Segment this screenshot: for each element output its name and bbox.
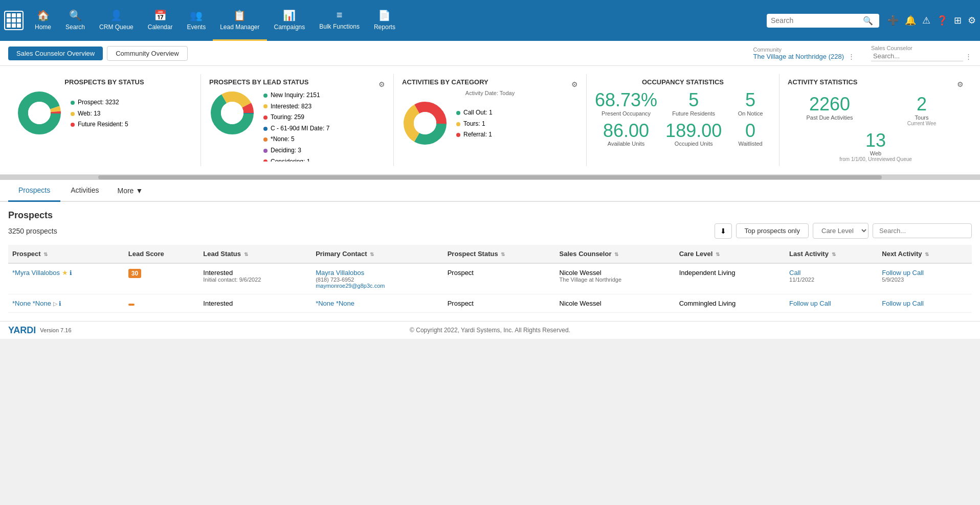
global-search-input[interactable] — [771, 16, 863, 25]
sales-counselor-overview-tab[interactable]: Sales Counselor Overview — [8, 47, 103, 60]
main-tabs-row: Prospects Activities More ▼ — [0, 180, 980, 202]
bell-icon[interactable]: 🔔 — [905, 15, 916, 26]
care-level-cell: Independent Living — [675, 263, 785, 294]
col-prospect: Prospect ⇅ — [8, 245, 124, 263]
nav-search[interactable]: 🔍 Search — [58, 0, 92, 41]
nav-calendar[interactable]: 📅 Calendar — [141, 0, 180, 41]
community-menu-icon[interactable]: ⋮ — [848, 53, 855, 60]
top-prospects-only-button[interactable]: Top prospects only — [736, 223, 809, 238]
contact-name-link[interactable]: Mayra Villalobos — [316, 269, 439, 277]
lead-status-chart-area: New Inquiry: 2151 Interested: 823 Tourin… — [209, 90, 385, 162]
navbar: 🏠 Home 🔍 Search 👤 CRM Queue 📅 Calendar 👥… — [0, 0, 980, 41]
tab-activities[interactable]: Activities — [60, 180, 109, 202]
download-button[interactable]: ⬇ — [715, 223, 732, 239]
sort-last-activity-icon[interactable]: ⇅ — [832, 251, 836, 257]
col-last-activity: Last Activity ⇅ — [785, 245, 878, 263]
waitlisted: 0 Waitlisted — [730, 121, 771, 147]
next-activity-link[interactable]: Follow up Call — [882, 269, 968, 277]
prospects-title: Prospects — [8, 210, 972, 221]
nav-bulk-functions[interactable]: ≡ Bulk Functions — [312, 0, 367, 41]
info-icon[interactable]: ℹ — [70, 269, 72, 277]
lead-score-badge — [128, 304, 135, 306]
yardi-logo: YARDI — [8, 325, 36, 336]
bulk-functions-icon: ≡ — [337, 9, 343, 21]
col-next-activity: Next Activity ⇅ — [878, 245, 972, 263]
occupancy-stats-grid: 68.73% Present Occupancy 5 Future Reside… — [595, 90, 771, 147]
nav-crm-queue[interactable]: 👤 CRM Queue — [92, 0, 141, 41]
nav-right-icons: ➕ 🔔 ⚠ ❓ ⊞ ⚙ — [887, 15, 976, 26]
sales-counselor-menu-icon[interactable]: ⋮ — [965, 53, 972, 60]
sort-lead-status-icon[interactable]: ⇅ — [244, 251, 248, 257]
grid-icon[interactable]: ⊞ — [954, 15, 962, 26]
col-care-level: Care Level ⇅ — [675, 245, 785, 263]
lead-status-settings-icon[interactable]: ⚙ — [378, 80, 385, 88]
col-prospect-status: Prospect Status ⇅ — [443, 245, 555, 263]
sort-sales-counselor-icon[interactable]: ⇅ — [614, 251, 618, 257]
lead-status-cell: Interested — [199, 294, 311, 313]
activities-settings-icon[interactable]: ⚙ — [571, 80, 578, 88]
sort-care-level-icon[interactable]: ⇅ — [716, 251, 720, 257]
present-occupancy: 68.73% Present Occupancy — [595, 90, 657, 117]
prospects-by-status-chart: Prospect: 3232 Web: 13 Future Resident: … — [16, 90, 192, 137]
lead-score-cell: 30 — [124, 263, 199, 294]
tab-prospects[interactable]: Prospects — [8, 180, 60, 202]
star-icon[interactable]: ★ — [62, 269, 68, 277]
horizontal-scrollbar[interactable] — [0, 175, 980, 180]
app-logo[interactable] — [4, 11, 24, 30]
prospects-by-status-panel: PROSPECTS BY STATUS Prospect: 3232 Web: … — [8, 74, 201, 166]
nav-reports[interactable]: 📄 Reports — [367, 0, 403, 41]
contact-name-link[interactable]: *None *None — [316, 300, 439, 307]
sales-counselor-info: Sales Counselor ⋮ — [871, 45, 972, 61]
prospect-arrow-icon: ▷ — [53, 301, 57, 307]
sort-prospect-status-icon[interactable]: ⇅ — [501, 251, 505, 257]
nav-events[interactable]: 👥 Events — [180, 0, 213, 41]
add-icon[interactable]: ➕ — [887, 15, 899, 26]
last-activity-date: 11/1/2022 — [789, 277, 874, 283]
next-activity-link[interactable]: Follow up Call — [882, 300, 968, 307]
care-level-select[interactable]: Care Level — [813, 223, 868, 239]
help-icon[interactable]: ❓ — [937, 15, 948, 26]
last-activity-cell: Call 11/1/2022 — [785, 263, 878, 294]
prospect-status-cell: Prospect — [443, 263, 555, 294]
prospect-name-cell: *Myra Villalobos ★ ℹ — [8, 263, 124, 294]
last-activity-cell: Follow up Call — [785, 294, 878, 313]
prospects-count: 3250 prospects — [8, 227, 57, 235]
download-icon: ⬇ — [720, 227, 726, 235]
nav-lead-manager[interactable]: 📋 Lead Manager — [213, 0, 266, 41]
table-header-row: Prospect ⇅ Lead Score Lead Status ⇅ Prim… — [8, 245, 972, 263]
last-activity-link[interactable]: Follow up Call — [789, 300, 874, 307]
primary-contact-cell: Mayra Villalobos (818) 723-6952 maymonro… — [311, 263, 443, 294]
sort-primary-contact-icon[interactable]: ⇅ — [370, 251, 374, 257]
prospects-by-lead-status-panel: PROSPECTS BY LEAD STATUS ⚙ New Inquiry: … — [201, 74, 394, 166]
col-sales-counselor: Sales Counselor ⇅ — [555, 245, 675, 263]
contact-email[interactable]: maymonroe29@g8p3c.com — [316, 283, 439, 289]
reports-icon: 📄 — [378, 9, 391, 21]
col-lead-status: Lead Status ⇅ — [199, 245, 311, 263]
global-search-button[interactable]: 🔍 — [863, 16, 873, 26]
tab-more[interactable]: More ▼ — [109, 180, 151, 201]
settings-icon[interactable]: ⚙ — [968, 15, 976, 26]
sales-counselor-input[interactable] — [873, 52, 950, 60]
community-section: Community The Village at Northridge (228… — [753, 45, 972, 61]
prospect-name-link[interactable]: *None *None — [12, 300, 51, 307]
community-overview-tab[interactable]: Community Overview — [107, 46, 188, 61]
future-residents: 5 Future Residents — [665, 90, 722, 117]
activity-stats-settings-icon[interactable]: ⚙ — [957, 80, 964, 88]
sort-next-activity-icon[interactable]: ⇅ — [925, 251, 929, 257]
info-icon[interactable]: ℹ — [59, 300, 61, 307]
last-activity-link[interactable]: Call — [789, 269, 874, 277]
chevron-down-icon: ▼ — [136, 187, 143, 195]
warning-icon[interactable]: ⚠ — [922, 15, 930, 26]
nav-items: 🏠 Home 🔍 Search 👤 CRM Queue 📅 Calendar 👥… — [28, 0, 767, 41]
footer-version: Version 7.16 — [40, 327, 71, 333]
nav-home[interactable]: 🏠 Home — [28, 0, 58, 41]
prospects-search-input[interactable] — [873, 223, 972, 238]
primary-contact-cell: *None *None — [311, 294, 443, 313]
prospect-name-link[interactable]: *Myra Villalobos — [12, 269, 60, 277]
nav-campaigns[interactable]: 📊 Campaigns — [267, 0, 313, 41]
lead-status-value: Interested — [203, 300, 307, 307]
care-level-cell: Commingled Living — [675, 294, 785, 313]
activity-statistics-panel: ACTIVITY STATISTICS ⚙ 2260 Past Due Acti… — [779, 74, 972, 166]
sort-prospect-icon[interactable]: ⇅ — [43, 251, 48, 257]
community-value: The Village at Northridge (228) — [753, 53, 844, 60]
